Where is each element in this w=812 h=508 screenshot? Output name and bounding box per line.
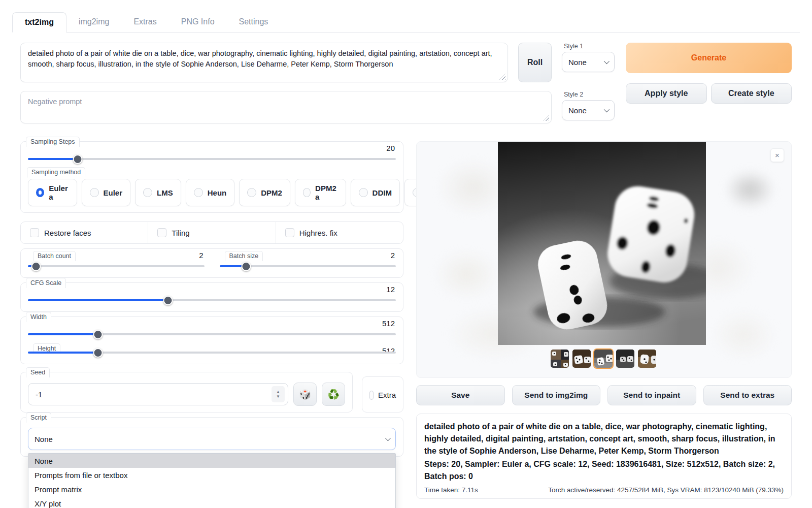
batch-size-slider[interactable] — [220, 261, 396, 271]
thumbnail-strip — [550, 348, 657, 369]
time-taken-text: Time taken: 7.11s — [424, 486, 478, 494]
chevron-down-icon — [385, 435, 391, 441]
thumbnail-4[interactable] — [615, 348, 635, 369]
batch-count-label: Batch count — [33, 251, 76, 261]
radio-icon — [194, 188, 203, 197]
script-select[interactable]: None — [28, 428, 396, 450]
tab-bar: txt2img img2img Extras PNG Info Settings — [12, 12, 800, 33]
sampling-steps-label: Sampling Steps — [26, 137, 80, 147]
tab-settings[interactable]: Settings — [227, 12, 281, 32]
cfg-scale-value: 12 — [386, 285, 395, 294]
radio-icon — [143, 188, 152, 197]
radio-dpm2[interactable]: DPM2 — [239, 179, 290, 206]
batch-count-block: Batch count 2 — [28, 256, 205, 271]
chevron-down-icon — [604, 107, 610, 112]
seed-label: Seed — [26, 367, 50, 377]
batch-size-block: Batch size 2 — [220, 256, 396, 271]
seed-input[interactable] — [28, 390, 272, 399]
sampling-steps-slider[interactable] — [28, 154, 396, 164]
thumbnail-5[interactable] — [637, 348, 657, 369]
stepper-down-icon[interactable]: ▼ — [276, 395, 280, 399]
script-option-none[interactable]: None — [28, 454, 395, 468]
sampling-group: Sampling Steps 20 Sampling method Euler … — [20, 141, 403, 213]
script-group: Script None None Prompts from file or te… — [20, 417, 403, 457]
height-slider-thumb[interactable] — [93, 348, 103, 358]
radio-heun[interactable]: Heun — [186, 179, 235, 206]
create-style-button[interactable]: Create style — [711, 83, 792, 104]
random-seed-button[interactable]: 🎲️ — [293, 383, 317, 406]
generation-info-panel: detailed photo of a pair of white die on… — [416, 414, 792, 499]
script-option-prompts-from-file[interactable]: Prompts from file or textbox — [28, 468, 395, 482]
script-dropdown-menu: None Prompts from file or textbox Prompt… — [28, 453, 396, 508]
restore-faces-checkbox[interactable]: Restore faces — [21, 222, 148, 243]
radio-icon — [359, 188, 368, 197]
tab-txt2img[interactable]: txt2img — [12, 12, 66, 33]
seed-group: Seed ▲ ▼ 🎲️ ♻️ — [20, 372, 353, 412]
prompt-input[interactable]: detailed photo of a pair of white die on… — [20, 43, 508, 82]
generate-button[interactable]: Generate — [626, 43, 792, 73]
output-actions: Save Send to img2img Send to inpaint Sen… — [416, 385, 792, 405]
style2-select[interactable]: None — [562, 100, 615, 120]
cfg-scale-slider-thumb[interactable] — [163, 296, 173, 305]
batch-size-slider-thumb[interactable] — [241, 262, 251, 271]
txt2img-app: txt2img img2img Extras PNG Info Settings… — [12, 12, 800, 499]
tiling-checkbox[interactable]: Tiling — [148, 222, 275, 243]
cfg-scale-slider[interactable] — [28, 295, 396, 305]
roll-button[interactable]: Roll — [518, 43, 552, 82]
width-slider[interactable] — [28, 329, 396, 339]
tab-png-info[interactable]: PNG Info — [169, 12, 227, 32]
seed-input-wrap: ▲ ▼ — [28, 383, 288, 405]
script-option-xy-plot[interactable]: X/Y plot — [28, 496, 395, 508]
height-slider[interactable] — [28, 347, 396, 358]
result-params-text: Steps: 20, Sampler: Euler a, CFG scale: … — [424, 458, 784, 483]
width-slider-thumb[interactable] — [93, 330, 103, 339]
batch-size-value: 2 — [391, 251, 395, 260]
script-value: None — [35, 435, 53, 443]
batch-count-value: 2 — [199, 251, 203, 260]
close-icon[interactable]: × — [770, 148, 784, 162]
cfg-scale-group: CFG Scale 12 — [20, 282, 403, 312]
stepper-up-icon[interactable]: ▲ — [276, 390, 280, 394]
reuse-seed-button[interactable]: ♻️ — [322, 383, 345, 406]
tab-img2img[interactable]: img2img — [66, 12, 121, 32]
send-to-img2img-button[interactable]: Send to img2img — [512, 385, 601, 405]
radio-lms[interactable]: LMS — [135, 179, 181, 206]
radio-icon — [247, 188, 256, 197]
checkbox-icon — [285, 228, 294, 237]
sampling-method-label: Sampling method — [27, 167, 85, 178]
thumbnail-3-selected[interactable] — [593, 348, 614, 369]
apply-style-button[interactable]: Apply style — [626, 83, 707, 104]
radio-selected-icon — [36, 188, 44, 197]
checkbox-icon — [157, 228, 166, 237]
radio-ddim[interactable]: DDIM — [351, 179, 400, 206]
radio-euler-a[interactable]: Euler a — [28, 179, 77, 206]
batch-count-slider[interactable] — [28, 261, 205, 271]
batch-size-label: Batch size — [225, 251, 263, 261]
send-to-inpaint-button[interactable]: Send to inpaint — [607, 385, 696, 405]
dice-icon: 🎲️ — [299, 389, 311, 400]
seed-stepper[interactable]: ▲ ▼ — [272, 386, 285, 402]
checkbox-icon — [369, 391, 374, 400]
extra-label: Extra — [378, 391, 396, 399]
thumbnail-2[interactable] — [571, 348, 592, 369]
style1-label: Style 1 — [562, 43, 615, 52]
radio-icon — [303, 188, 311, 197]
send-to-extras-button[interactable]: Send to extras — [703, 385, 792, 405]
generated-image[interactable] — [498, 142, 706, 345]
thumbnail-1[interactable] — [550, 348, 570, 369]
radio-dpm2-a[interactable]: DPM2 a — [295, 179, 346, 206]
sampling-steps-slider-thumb[interactable] — [73, 154, 82, 164]
style1-select[interactable]: None — [562, 52, 615, 72]
sampling-method-radios: Euler a Euler LMS Heun — [28, 179, 396, 206]
save-button[interactable]: Save — [416, 385, 505, 405]
recycle-icon: ♻️ — [327, 389, 340, 400]
highres-fix-checkbox[interactable]: Highres. fix — [276, 222, 403, 243]
result-prompt-text: detailed photo of a pair of white die on… — [424, 421, 784, 457]
negative-prompt-input[interactable] — [20, 91, 552, 123]
radio-euler[interactable]: Euler — [82, 179, 131, 206]
extra-seed-group[interactable]: Extra — [362, 376, 403, 412]
batch-count-slider-thumb[interactable] — [31, 262, 41, 271]
script-label: Script — [26, 412, 51, 423]
script-option-prompt-matrix[interactable]: Prompt matrix — [28, 482, 395, 496]
tab-extras[interactable]: Extras — [121, 12, 168, 32]
